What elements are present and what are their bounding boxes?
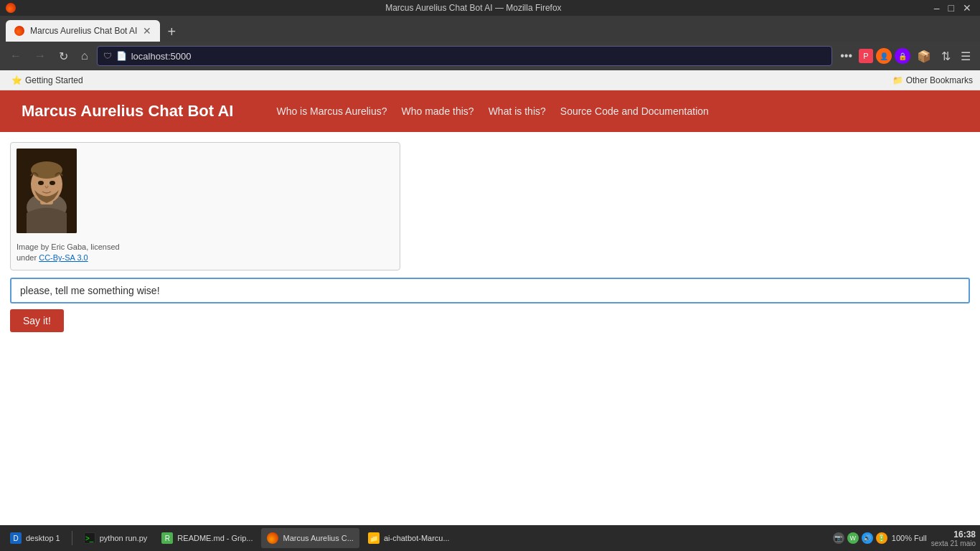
- container-tabs-button[interactable]: 📦: [913, 47, 935, 66]
- minimize-button[interactable]: –: [931, 2, 943, 14]
- bookmark-folder-icon: 📁: [892, 75, 903, 85]
- tracking-shield-icon: 🛡: [103, 51, 112, 61]
- chat-input[interactable]: [10, 278, 970, 303]
- window-title: Marcus Aurelius Chat Bot AI — Mozilla Fi…: [16, 3, 931, 13]
- clock-time: 16:38: [931, 529, 976, 540]
- tab-favicon-icon: [14, 26, 24, 36]
- tab-title: Marcus Aurelius Chat Bot AI: [30, 26, 137, 36]
- bookmark-icon: ⭐: [11, 75, 22, 85]
- taskbar: D desktop 1 >_ python run.py R README.md…: [0, 525, 980, 551]
- chat-container: Image by Eric Gaba, licensed under CC-By…: [10, 142, 400, 270]
- taskbar-desktop[interactable]: D desktop 1: [4, 528, 66, 548]
- maximize-button[interactable]: □: [946, 2, 957, 14]
- firefox-account-icon[interactable]: 👤: [876, 48, 892, 64]
- more-tools-button[interactable]: •••: [837, 47, 856, 65]
- browser-tab-active[interactable]: Marcus Aurelius Chat Bot AI ✕: [6, 20, 160, 42]
- system-tray-icons: 📷 W 🔊 🔋: [833, 532, 887, 544]
- taskbar-right: 📷 W 🔊 🔋 100% Full 16:38 sexta 21 maio: [833, 529, 976, 547]
- marcus-aurelius-image: [17, 149, 77, 233]
- bookmarks-bar: ⭐ Getting Started 📁 Other Bookmarks: [0, 70, 980, 90]
- image-credit: Image by Eric Gaba, licensed under CC-By…: [17, 242, 394, 264]
- taskbar-firefox-label: Marcus Aurelius C...: [283, 534, 353, 542]
- credit-line1: Image by Eric Gaba, licensed: [17, 242, 120, 251]
- bookmark-getting-started[interactable]: ⭐ Getting Started: [7, 74, 88, 87]
- zoom-value: 100%: [892, 534, 912, 542]
- page-icon: 📄: [116, 51, 127, 61]
- svg-point-6: [31, 161, 62, 179]
- other-bookmarks-label: Other Bookmarks: [906, 75, 973, 85]
- bookmark-other-bookmarks[interactable]: 📁 Other Bookmarks: [892, 75, 973, 85]
- taskbar-separator-1: [72, 531, 72, 545]
- forward-button[interactable]: →: [30, 47, 50, 65]
- address-text: localhost:5000: [131, 51, 192, 62]
- zoom-indicator: 100% Full: [892, 534, 927, 542]
- address-bar[interactable]: 🛡 📄 localhost:5000: [97, 46, 833, 66]
- desktop-icon: D: [10, 532, 22, 544]
- bookmark-label: Getting Started: [25, 75, 83, 85]
- taskbar-ai-label: ai-chatbot-Marcu...: [384, 534, 450, 542]
- app-title: Marcus Aurelius Chat Bot AI: [22, 102, 233, 121]
- main-content: Image by Eric Gaba, licensed under CC-By…: [0, 132, 980, 339]
- nav-link-source-code[interactable]: Source Code and Documentation: [560, 105, 709, 117]
- files-icon: R: [161, 532, 173, 544]
- nav-link-who-made[interactable]: Who made this?: [401, 105, 473, 117]
- firefox-logo-icon: [6, 3, 16, 13]
- window-controls: – □ ✕: [931, 2, 974, 14]
- taskbar-firefox[interactable]: Marcus Aurelius C...: [261, 528, 359, 548]
- tab-close-button[interactable]: ✕: [143, 25, 151, 37]
- svg-point-7: [38, 181, 44, 185]
- folder-icon: 📁: [368, 532, 380, 544]
- close-button[interactable]: ✕: [960, 2, 974, 14]
- credit-line2: under: [17, 253, 39, 262]
- taskbar-readme[interactable]: R README.md - Grip...: [156, 528, 258, 548]
- back-button[interactable]: ←: [6, 47, 26, 65]
- taskbar-clock[interactable]: 16:38 sexta 21 maio: [931, 529, 976, 547]
- credit-link[interactable]: CC-By-SA 3.0: [39, 253, 88, 262]
- battery-icon[interactable]: 🔋: [876, 532, 887, 544]
- taskbar-readme-label: README.md - Grip...: [177, 534, 253, 542]
- firefox-taskbar-icon: [267, 532, 278, 544]
- network-icon[interactable]: W: [847, 532, 859, 544]
- full-label: Full: [914, 534, 927, 542]
- chat-image-area: [11, 143, 400, 239]
- taskbar-desktop-label: desktop 1: [26, 534, 60, 542]
- tab-bar: Marcus Aurelius Chat Bot AI ✕ +: [0, 16, 980, 42]
- taskbar-python[interactable]: >_ python run.py: [78, 528, 154, 548]
- title-bar: Marcus Aurelius Chat Bot AI — Mozilla Fi…: [0, 0, 980, 16]
- app-header: Marcus Aurelius Chat Bot AI Who is Marcu…: [0, 90, 980, 132]
- taskbar-python-label: python run.py: [100, 534, 148, 542]
- svg-point-8: [50, 181, 55, 185]
- navigation-bar: ← → ↻ ⌂ 🛡 📄 localhost:5000 ••• P 👤 🔒 📦 ⇅…: [0, 42, 980, 70]
- nav-action-buttons: ••• P 👤 🔒 📦 ⇅ ☰: [837, 47, 974, 66]
- pocket-icon[interactable]: P: [859, 49, 873, 63]
- taskbar-ai-chatbot[interactable]: 📁 ai-chatbot-Marcu...: [362, 528, 456, 548]
- vpn-icon[interactable]: 🔒: [895, 48, 910, 64]
- home-button[interactable]: ⌂: [77, 47, 93, 65]
- sync-button[interactable]: ⇅: [938, 47, 954, 66]
- screenshot-icon[interactable]: 📷: [833, 532, 844, 544]
- nav-link-what-is[interactable]: What is this?: [489, 105, 546, 117]
- reload-button[interactable]: ↻: [55, 47, 72, 66]
- terminal-icon: >_: [84, 532, 95, 544]
- say-it-button[interactable]: Say it!: [10, 309, 64, 332]
- app-nav-links: Who is Marcus Aurelius? Who made this? W…: [276, 105, 708, 117]
- clock-date: sexta 21 maio: [931, 540, 976, 547]
- input-area: Say it!: [10, 278, 970, 332]
- menu-button[interactable]: ☰: [957, 47, 974, 66]
- new-tab-button[interactable]: +: [161, 24, 182, 40]
- nav-link-who-is[interactable]: Who is Marcus Aurelius?: [276, 105, 387, 117]
- sound-icon[interactable]: 🔊: [862, 532, 873, 544]
